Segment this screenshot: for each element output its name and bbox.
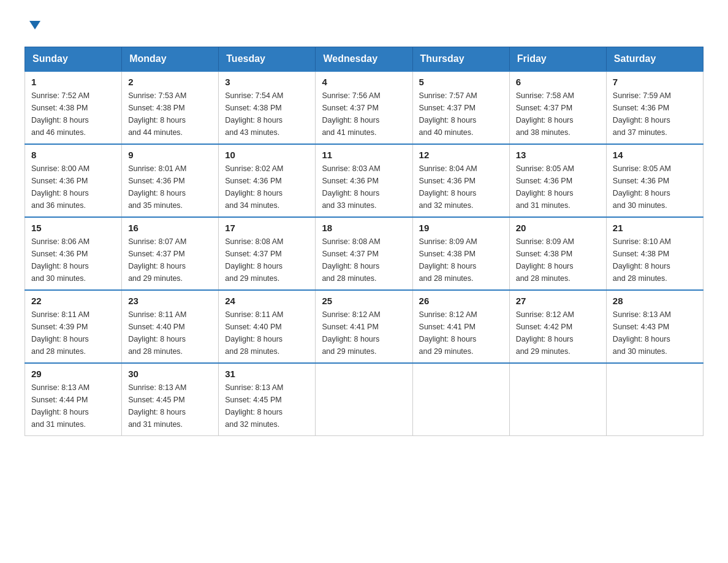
calendar-cell: 2 Sunrise: 7:53 AMSunset: 4:38 PMDayligh… bbox=[122, 71, 219, 144]
calendar-cell: 24 Sunrise: 8:11 AMSunset: 4:40 PMDaylig… bbox=[219, 290, 316, 363]
calendar-cell: 18 Sunrise: 8:08 AMSunset: 4:37 PMDaylig… bbox=[316, 217, 412, 290]
logo bbox=[25, 18, 42, 34]
day-number: 1 bbox=[31, 77, 115, 87]
calendar-cell: 17 Sunrise: 8:08 AMSunset: 4:37 PMDaylig… bbox=[219, 217, 316, 290]
day-info: Sunrise: 8:13 AMSunset: 4:45 PMDaylight:… bbox=[225, 383, 283, 429]
day-info: Sunrise: 7:53 AMSunset: 4:38 PMDaylight:… bbox=[128, 91, 186, 137]
day-info: Sunrise: 8:01 AMSunset: 4:36 PMDaylight:… bbox=[128, 164, 186, 210]
calendar-cell: 14 Sunrise: 8:05 AMSunset: 4:36 PMDaylig… bbox=[606, 144, 703, 217]
day-header-friday: Friday bbox=[509, 47, 606, 72]
calendar-cell bbox=[509, 363, 606, 436]
day-number: 7 bbox=[613, 77, 697, 87]
logo-arrow-icon bbox=[28, 18, 42, 34]
calendar-cell: 31 Sunrise: 8:13 AMSunset: 4:45 PMDaylig… bbox=[219, 363, 316, 436]
day-number: 8 bbox=[31, 150, 115, 160]
calendar-cell: 21 Sunrise: 8:10 AMSunset: 4:38 PMDaylig… bbox=[606, 217, 703, 290]
calendar-cell: 7 Sunrise: 7:59 AMSunset: 4:36 PMDayligh… bbox=[606, 71, 703, 144]
day-info: Sunrise: 8:10 AMSunset: 4:38 PMDaylight:… bbox=[613, 237, 671, 283]
calendar-cell: 9 Sunrise: 8:01 AMSunset: 4:36 PMDayligh… bbox=[122, 144, 219, 217]
calendar-cell: 12 Sunrise: 8:04 AMSunset: 4:36 PMDaylig… bbox=[412, 144, 509, 217]
calendar-cell: 28 Sunrise: 8:13 AMSunset: 4:43 PMDaylig… bbox=[606, 290, 703, 363]
day-number: 5 bbox=[419, 77, 503, 87]
day-info: Sunrise: 7:56 AMSunset: 4:37 PMDaylight:… bbox=[322, 91, 380, 137]
day-number: 17 bbox=[225, 223, 309, 233]
day-number: 23 bbox=[128, 296, 212, 306]
day-info: Sunrise: 8:08 AMSunset: 4:37 PMDaylight:… bbox=[322, 237, 380, 283]
day-number: 28 bbox=[613, 296, 697, 306]
calendar-cell: 23 Sunrise: 8:11 AMSunset: 4:40 PMDaylig… bbox=[122, 290, 219, 363]
calendar-cell: 19 Sunrise: 8:09 AMSunset: 4:38 PMDaylig… bbox=[412, 217, 509, 290]
day-number: 12 bbox=[419, 150, 503, 160]
calendar-cell bbox=[412, 363, 509, 436]
day-number: 31 bbox=[225, 369, 309, 379]
day-info: Sunrise: 8:04 AMSunset: 4:36 PMDaylight:… bbox=[419, 164, 477, 210]
calendar-cell: 13 Sunrise: 8:05 AMSunset: 4:36 PMDaylig… bbox=[509, 144, 606, 217]
calendar-cell: 29 Sunrise: 8:13 AMSunset: 4:44 PMDaylig… bbox=[25, 363, 122, 436]
day-number: 25 bbox=[322, 296, 406, 306]
day-number: 11 bbox=[322, 150, 406, 160]
day-header-tuesday: Tuesday bbox=[219, 47, 316, 72]
day-info: Sunrise: 8:00 AMSunset: 4:36 PMDaylight:… bbox=[31, 164, 89, 210]
day-info: Sunrise: 8:13 AMSunset: 4:45 PMDaylight:… bbox=[128, 383, 186, 429]
day-number: 22 bbox=[31, 296, 115, 306]
day-number: 16 bbox=[128, 223, 212, 233]
calendar-cell: 15 Sunrise: 8:06 AMSunset: 4:36 PMDaylig… bbox=[25, 217, 122, 290]
calendar-cell: 1 Sunrise: 7:52 AMSunset: 4:38 PMDayligh… bbox=[25, 71, 122, 144]
week-row-2: 8 Sunrise: 8:00 AMSunset: 4:36 PMDayligh… bbox=[25, 144, 703, 217]
calendar-cell bbox=[606, 363, 703, 436]
week-row-4: 22 Sunrise: 8:11 AMSunset: 4:39 PMDaylig… bbox=[25, 290, 703, 363]
calendar-cell: 11 Sunrise: 8:03 AMSunset: 4:36 PMDaylig… bbox=[316, 144, 412, 217]
day-number: 13 bbox=[516, 150, 600, 160]
day-info: Sunrise: 8:12 AMSunset: 4:41 PMDaylight:… bbox=[322, 310, 380, 356]
day-info: Sunrise: 8:12 AMSunset: 4:42 PMDaylight:… bbox=[516, 310, 574, 356]
day-header-saturday: Saturday bbox=[606, 47, 703, 72]
calendar-cell: 16 Sunrise: 8:07 AMSunset: 4:37 PMDaylig… bbox=[122, 217, 219, 290]
page-header bbox=[25, 18, 703, 34]
day-info: Sunrise: 7:52 AMSunset: 4:38 PMDaylight:… bbox=[31, 91, 89, 137]
day-info: Sunrise: 8:13 AMSunset: 4:44 PMDaylight:… bbox=[31, 383, 89, 429]
week-row-5: 29 Sunrise: 8:13 AMSunset: 4:44 PMDaylig… bbox=[25, 363, 703, 436]
day-header-monday: Monday bbox=[122, 47, 219, 72]
day-number: 4 bbox=[322, 77, 406, 87]
day-info: Sunrise: 8:07 AMSunset: 4:37 PMDaylight:… bbox=[128, 237, 186, 283]
calendar-header-row: SundayMondayTuesdayWednesdayThursdayFrid… bbox=[25, 47, 703, 72]
day-number: 10 bbox=[225, 150, 309, 160]
day-info: Sunrise: 8:02 AMSunset: 4:36 PMDaylight:… bbox=[225, 164, 283, 210]
day-number: 9 bbox=[128, 150, 212, 160]
calendar-cell bbox=[316, 363, 412, 436]
calendar-cell: 20 Sunrise: 8:09 AMSunset: 4:38 PMDaylig… bbox=[509, 217, 606, 290]
day-info: Sunrise: 8:13 AMSunset: 4:43 PMDaylight:… bbox=[613, 310, 671, 356]
day-number: 27 bbox=[516, 296, 600, 306]
day-info: Sunrise: 8:11 AMSunset: 4:39 PMDaylight:… bbox=[31, 310, 89, 356]
day-number: 20 bbox=[516, 223, 600, 233]
svg-marker-0 bbox=[29, 21, 40, 29]
calendar-cell: 4 Sunrise: 7:56 AMSunset: 4:37 PMDayligh… bbox=[316, 71, 412, 144]
day-number: 15 bbox=[31, 223, 115, 233]
calendar-cell: 6 Sunrise: 7:58 AMSunset: 4:37 PMDayligh… bbox=[509, 71, 606, 144]
day-number: 18 bbox=[322, 223, 406, 233]
day-info: Sunrise: 8:09 AMSunset: 4:38 PMDaylight:… bbox=[419, 237, 477, 283]
day-number: 21 bbox=[613, 223, 697, 233]
day-info: Sunrise: 8:09 AMSunset: 4:38 PMDaylight:… bbox=[516, 237, 574, 283]
day-info: Sunrise: 8:08 AMSunset: 4:37 PMDaylight:… bbox=[225, 237, 283, 283]
calendar-cell: 3 Sunrise: 7:54 AMSunset: 4:38 PMDayligh… bbox=[219, 71, 316, 144]
day-number: 14 bbox=[613, 150, 697, 160]
day-number: 29 bbox=[31, 369, 115, 379]
day-info: Sunrise: 8:11 AMSunset: 4:40 PMDaylight:… bbox=[128, 310, 186, 356]
day-number: 3 bbox=[225, 77, 309, 87]
calendar-cell: 25 Sunrise: 8:12 AMSunset: 4:41 PMDaylig… bbox=[316, 290, 412, 363]
day-header-sunday: Sunday bbox=[25, 47, 122, 72]
day-info: Sunrise: 7:58 AMSunset: 4:37 PMDaylight:… bbox=[516, 91, 574, 137]
calendar-cell: 22 Sunrise: 8:11 AMSunset: 4:39 PMDaylig… bbox=[25, 290, 122, 363]
day-info: Sunrise: 7:54 AMSunset: 4:38 PMDaylight:… bbox=[225, 91, 283, 137]
day-info: Sunrise: 8:05 AMSunset: 4:36 PMDaylight:… bbox=[516, 164, 574, 210]
day-number: 30 bbox=[128, 369, 212, 379]
day-header-thursday: Thursday bbox=[412, 47, 509, 72]
calendar-cell: 10 Sunrise: 8:02 AMSunset: 4:36 PMDaylig… bbox=[219, 144, 316, 217]
day-info: Sunrise: 8:06 AMSunset: 4:36 PMDaylight:… bbox=[31, 237, 89, 283]
day-info: Sunrise: 8:03 AMSunset: 4:36 PMDaylight:… bbox=[322, 164, 380, 210]
day-info: Sunrise: 8:11 AMSunset: 4:40 PMDaylight:… bbox=[225, 310, 283, 356]
day-number: 24 bbox=[225, 296, 309, 306]
calendar-table: SundayMondayTuesdayWednesdayThursdayFrid… bbox=[25, 47, 703, 436]
calendar-cell: 27 Sunrise: 8:12 AMSunset: 4:42 PMDaylig… bbox=[509, 290, 606, 363]
